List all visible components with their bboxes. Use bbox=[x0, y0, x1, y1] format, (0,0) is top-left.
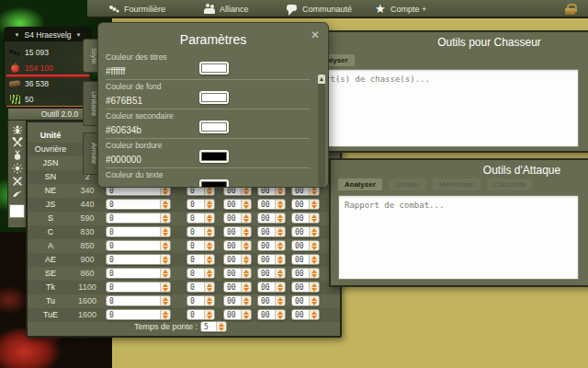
settings-tab[interactable]: Style bbox=[83, 39, 98, 73]
unit-pair-input[interactable]: 00 bbox=[291, 282, 320, 293]
spinner-down-icon[interactable] bbox=[277, 233, 283, 236]
unit-count-input[interactable]: 0 bbox=[106, 254, 171, 265]
spinner-buttons[interactable] bbox=[160, 282, 170, 292]
medal-icon[interactable] bbox=[11, 149, 24, 162]
spinner-up-icon[interactable] bbox=[243, 214, 249, 218]
spinner-buttons[interactable] bbox=[241, 310, 251, 319]
chevron-down-icon[interactable]: ▼ bbox=[15, 32, 20, 38]
spinner-up-icon[interactable] bbox=[207, 283, 212, 287]
spinner-down-icon[interactable] bbox=[163, 288, 168, 292]
nav-menu-item[interactable]: Compte + bbox=[375, 3, 426, 16]
spinner-up-icon[interactable] bbox=[311, 201, 317, 204]
spinner-up-icon[interactable] bbox=[243, 297, 249, 301]
spinner-up-icon[interactable] bbox=[163, 228, 168, 232]
scroll-up-icon[interactable] bbox=[318, 75, 325, 84]
spinner-up-icon[interactable] bbox=[163, 214, 168, 218]
spinner-up-icon[interactable] bbox=[277, 270, 283, 273]
crossed-swords-icon[interactable] bbox=[11, 175, 24, 188]
spinner-up-icon[interactable] bbox=[207, 270, 212, 273]
spinner-buttons[interactable] bbox=[241, 213, 251, 223]
spinner-buttons[interactable] bbox=[309, 227, 319, 236]
unit-count-input[interactable]: 0 bbox=[106, 213, 171, 224]
nav-menu-item[interactable]: Fourmilière bbox=[108, 3, 165, 16]
unit-qty-input[interactable]: 0 bbox=[187, 199, 215, 210]
spinner-down-icon[interactable] bbox=[243, 260, 249, 264]
spinner-buttons[interactable] bbox=[275, 310, 285, 319]
spinner-buttons[interactable] bbox=[204, 269, 214, 278]
spinner-down-icon[interactable] bbox=[311, 260, 317, 264]
spinner-buttons[interactable] bbox=[216, 322, 226, 331]
spinner-up-icon[interactable] bbox=[219, 323, 224, 327]
unit-pair-input[interactable]: 00 bbox=[223, 309, 252, 320]
spinner-down-icon[interactable] bbox=[207, 316, 212, 319]
spinner-up-icon[interactable] bbox=[277, 297, 283, 301]
spinner-buttons[interactable] bbox=[275, 296, 285, 305]
unit-pair-input[interactable]: 00 bbox=[291, 254, 320, 265]
unit-count-input[interactable]: 0 bbox=[106, 295, 171, 306]
spinner-down-icon[interactable] bbox=[277, 274, 283, 278]
spinner-up-icon[interactable] bbox=[207, 311, 212, 315]
spinner-up-icon[interactable] bbox=[243, 311, 249, 315]
spinner-down-icon[interactable] bbox=[311, 288, 317, 292]
hunt-report-textarea[interactable]: Rapport(s) de chasse(s)... bbox=[294, 69, 579, 147]
unit-count-input[interactable]: 0 bbox=[106, 240, 171, 251]
spinner-down-icon[interactable] bbox=[243, 302, 249, 305]
unit-pair-input[interactable]: 00 bbox=[257, 254, 286, 265]
nav-menu-item[interactable]: Communauté bbox=[287, 3, 352, 16]
spinner-buttons[interactable] bbox=[309, 296, 319, 305]
spinner-up-icon[interactable] bbox=[163, 270, 168, 273]
spinner-up-icon[interactable] bbox=[311, 228, 317, 232]
spinner-down-icon[interactable] bbox=[311, 302, 317, 305]
nav-menu-item[interactable]: Alliance bbox=[204, 3, 249, 16]
spinner-buttons[interactable] bbox=[160, 200, 170, 209]
spinner-up-icon[interactable] bbox=[207, 297, 212, 301]
spinner-buttons[interactable] bbox=[309, 269, 319, 278]
spinner-up-icon[interactable] bbox=[207, 201, 212, 204]
spinner-down-icon[interactable] bbox=[207, 302, 212, 305]
spinner-down-icon[interactable] bbox=[163, 316, 168, 319]
spinner-buttons[interactable] bbox=[275, 213, 285, 223]
spinner-up-icon[interactable] bbox=[311, 283, 317, 287]
unit-count-input[interactable]: 0 bbox=[106, 309, 171, 320]
spinner-up-icon[interactable] bbox=[207, 228, 212, 232]
spinner-buttons[interactable] bbox=[309, 255, 319, 264]
spinner-down-icon[interactable] bbox=[207, 247, 212, 250]
spinner-buttons[interactable] bbox=[275, 255, 285, 264]
spinner-down-icon[interactable] bbox=[243, 191, 249, 195]
spinner-up-icon[interactable] bbox=[163, 283, 168, 287]
unit-pair-input[interactable]: 00 bbox=[291, 199, 320, 210]
spinner-buttons[interactable] bbox=[204, 213, 214, 223]
spinner-down-icon[interactable] bbox=[163, 274, 168, 278]
unit-pair-input[interactable]: 00 bbox=[291, 309, 320, 320]
attack-tab[interactable]: Simuler bbox=[389, 178, 426, 190]
spinner-up-icon[interactable] bbox=[277, 311, 283, 315]
settings-tab[interactable]: Armée bbox=[83, 132, 98, 175]
spinner-down-icon[interactable] bbox=[163, 233, 168, 236]
unit-pair-input[interactable]: 00 bbox=[223, 282, 252, 293]
spinner-up-icon[interactable] bbox=[311, 311, 317, 315]
spinner-down-icon[interactable] bbox=[163, 219, 168, 223]
spinner-down-icon[interactable] bbox=[243, 288, 249, 292]
spinner-down-icon[interactable] bbox=[243, 205, 249, 209]
color-swatch-button[interactable] bbox=[199, 62, 229, 75]
spinner-buttons[interactable] bbox=[241, 296, 251, 305]
color-swatch-button[interactable] bbox=[199, 179, 229, 188]
colony-selector[interactable]: ▼ S4 Hraesvelg ▼ bbox=[5, 28, 91, 41]
spinner-down-icon[interactable] bbox=[163, 260, 168, 264]
unit-qty-input[interactable]: 0 bbox=[187, 268, 215, 279]
unit-pair-input[interactable]: 00 bbox=[223, 254, 252, 265]
spinner-up-icon[interactable] bbox=[243, 270, 249, 273]
spinner-buttons[interactable] bbox=[275, 200, 285, 209]
spinner-down-icon[interactable] bbox=[277, 302, 283, 305]
unit-pair-input[interactable]: 00 bbox=[291, 295, 320, 306]
spinner-down-icon[interactable] bbox=[277, 288, 283, 292]
spinner-down-icon[interactable] bbox=[277, 316, 283, 319]
spinner-up-icon[interactable] bbox=[311, 242, 317, 246]
spinner-down-icon[interactable] bbox=[311, 219, 317, 223]
spinner-down-icon[interactable] bbox=[243, 247, 249, 250]
unit-pair-input[interactable]: 00 bbox=[291, 268, 320, 279]
unit-pair-input[interactable]: 00 bbox=[257, 240, 286, 251]
spinner-down-icon[interactable] bbox=[243, 274, 249, 278]
spinner-up-icon[interactable] bbox=[243, 242, 249, 246]
spinner-up-icon[interactable] bbox=[243, 256, 249, 259]
